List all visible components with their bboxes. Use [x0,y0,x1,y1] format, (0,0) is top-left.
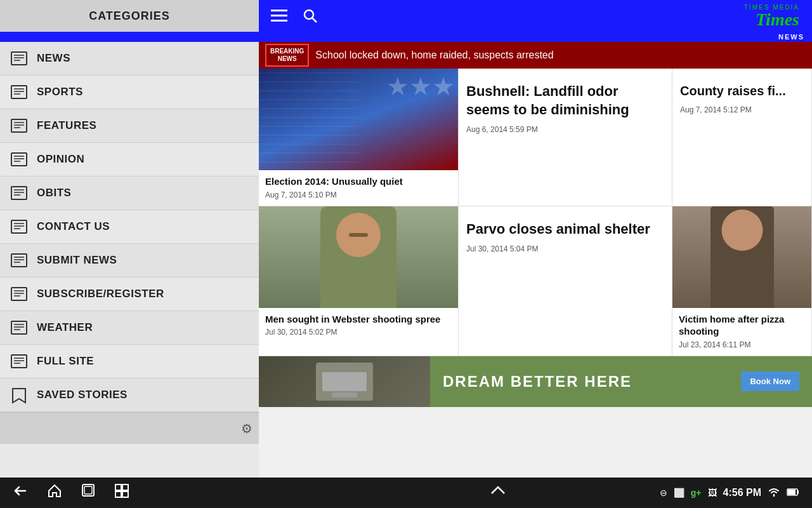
sidebar-item-saved[interactable]: SAVED STORIES [0,378,259,412]
ad-text: DREAM BETTER HERE [443,373,632,391]
screen-icon: ⬜ [674,488,684,498]
sidebar-sports-label: SPORTS [37,86,83,98]
article-5-body: Parvo closes animal shelter Jul 30, 2014… [459,206,672,262]
contact-icon [10,218,28,236]
news-section-label: NEWS [778,33,804,41]
system-nav [13,483,336,502]
svg-rect-50 [122,491,128,497]
article-4-title: Men sought in Webster shooting spree [265,313,452,326]
article-2-date: Aug 6, 2014 5:59 PM [466,125,664,134]
article-4-body: Men sought in Webster shooting spree Jul… [259,308,458,344]
article-4-image [259,206,458,308]
search-icon[interactable] [296,2,324,30]
ad-content: DREAM BETTER HERE Book Now [430,356,812,407]
sidebar-item-obits[interactable]: OBITS [0,177,259,210]
svg-rect-47 [115,485,121,490]
google-plus-icon: g+ [691,488,702,498]
news-row-1: ★★★ ★★★ VOTE ★★★ Election 2014: Unusuall… [259,69,812,206]
news-area: BREAKING NEWS School locked down, home r… [259,42,812,478]
article-card-6[interactable]: Victim home after pizza shooting Jul 23,… [672,206,812,356]
sidebar-contact-label: CONTACT US [37,220,110,233]
svg-point-3 [304,10,313,19]
sidebar: NEWS SPORTS FEATURES OPINION OBITS [0,42,259,478]
svg-rect-29 [11,254,27,267]
news-icon [10,50,28,67]
ad-image [259,356,430,407]
svg-rect-53 [788,490,796,495]
article-card-2[interactable]: Bushnell: Landfill odor seems to be dimi… [459,69,672,206]
settings-icon[interactable]: ⚙ [241,421,252,436]
sidebar-submit-label: SUBMIT NEWS [37,254,117,267]
breaking-news-banner[interactable]: BREAKING NEWS School locked down, home r… [259,42,812,69]
sidebar-item-sports[interactable]: SPORTS [0,76,259,109]
system-center [336,485,660,501]
sidebar-item-subscribe[interactable]: SUBSCRIBE/REGISTER [0,277,259,311]
fullsite-icon [10,352,28,370]
article-card-1[interactable]: ★★★ ★★★ VOTE ★★★ Election 2014: Unusuall… [259,69,459,206]
battery-icon [787,488,799,498]
article-3-date: Aug 7, 2014 5:12 PM [680,105,804,114]
article-6-title: Victim home after pizza shooting [679,313,805,338]
obits-icon [10,184,28,202]
sidebar-item-features[interactable]: FEATURES [0,109,259,143]
article-6-image [672,206,811,308]
menu-icon[interactable] [265,2,293,30]
svg-rect-0 [271,10,287,11]
svg-rect-52 [797,490,799,494]
features-icon [10,117,28,135]
breaking-tag: BREAKING NEWS [265,44,309,67]
ad-book-button[interactable]: Book Now [741,371,799,391]
sidebar-obits-label: OBITS [37,187,71,199]
ad-banner: DREAM BETTER HERE Book Now [259,356,812,407]
sidebar-item-opinion[interactable]: OPINION [0,143,259,177]
article-5-title: Parvo closes animal shelter [466,220,664,239]
system-time: 4:56 PM [723,487,761,498]
system-right: ⊖ ⬜ g+ 🖼 4:56 PM [660,487,799,499]
sidebar-item-news[interactable]: NEWS [0,42,259,76]
news-row-2: Men sought in Webster shooting spree Jul… [259,206,812,356]
wifi-icon [768,487,780,499]
article-2-title: Bushnell: Landfill odor seems to be dimi… [466,83,664,119]
recent-apps-button[interactable] [81,483,95,502]
svg-rect-17 [11,153,27,166]
sidebar-header: CATEGORIES [0,0,259,32]
weather-icon [10,319,28,337]
sidebar-item-fullsite[interactable]: FULL SITE [0,345,259,378]
svg-rect-46 [84,486,92,494]
gallery-icon: 🖼 [708,488,717,498]
article-2-body: Bushnell: Landfill odor seems to be dimi… [459,69,672,142]
svg-rect-37 [11,321,27,334]
article-1-image: ★★★ ★★★ VOTE ★★★ [259,69,458,170]
sidebar-subscribe-label: SUBSCRIBE/REGISTER [37,288,164,300]
svg-rect-5 [11,52,27,65]
sidebar-weather-label: WEATHER [37,321,93,334]
up-chevron[interactable] [489,485,507,501]
saved-icon [10,386,28,404]
svg-rect-21 [11,187,27,199]
svg-rect-1 [271,15,287,17]
article-card-3[interactable]: County raises fi... Aug 7, 2014 5:12 PM [672,69,812,206]
opinion-icon [10,150,28,168]
svg-rect-33 [11,288,27,300]
back-button[interactable] [13,483,28,502]
article-5-date: Jul 30, 2014 5:04 PM [466,244,664,253]
sidebar-features-label: FEATURES [37,119,96,132]
article-card-5[interactable]: Parvo closes animal shelter Jul 30, 2014… [459,206,672,356]
sidebar-item-submit[interactable]: SUBMIT NEWS [0,244,259,277]
home-button[interactable] [47,483,62,502]
svg-rect-48 [122,485,128,490]
sidebar-opinion-label: OPINION [37,153,84,166]
article-card-4[interactable]: Men sought in Webster shooting spree Jul… [259,206,459,356]
subscribe-icon [10,285,28,303]
svg-rect-9 [11,86,27,98]
logo-area: TIMES MEDIA Times [744,4,799,29]
svg-rect-49 [115,491,121,497]
sidebar-item-weather[interactable]: WEATHER [0,311,259,345]
top-nav: TIMES MEDIA Times [259,0,812,32]
sidebar-item-contact[interactable]: CONTACT US [0,210,259,244]
grid-button[interactable] [114,483,129,502]
article-6-body: Victim home after pizza shooting Jul 23,… [672,308,811,356]
sports-icon [10,83,28,101]
svg-rect-2 [271,20,287,22]
svg-rect-25 [11,220,27,233]
